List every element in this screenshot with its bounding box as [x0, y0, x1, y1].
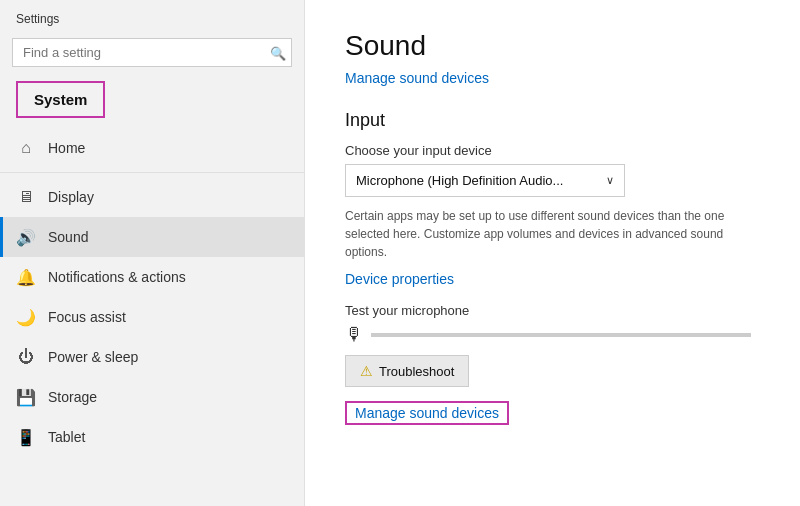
warning-icon: ⚠	[360, 363, 373, 379]
system-label[interactable]: System	[16, 81, 105, 118]
test-mic-label: Test your microphone	[345, 303, 760, 318]
page-title: Sound	[345, 30, 760, 62]
device-properties-link[interactable]: Device properties	[345, 271, 454, 287]
sidebar-item-home[interactable]: ⌂ Home	[0, 128, 304, 168]
focus-icon: 🌙	[16, 307, 36, 327]
input-info-text: Certain apps may be set up to use differ…	[345, 207, 760, 261]
sidebar-item-sound[interactable]: 🔊 Sound	[0, 217, 304, 257]
mic-test-row: 🎙	[345, 324, 760, 345]
sidebar-item-label: Focus assist	[48, 309, 126, 325]
sidebar-item-notifications[interactable]: 🔔 Notifications & actions	[0, 257, 304, 297]
sidebar-item-label: Display	[48, 189, 94, 205]
troubleshoot-button[interactable]: ⚠ Troubleshoot	[345, 355, 469, 387]
sidebar-divider	[0, 172, 304, 173]
sidebar: Settings 🔍 System ⌂ Home 🖥 Display 🔊 Sou…	[0, 0, 305, 506]
tablet-icon: 📱	[16, 427, 36, 447]
power-icon: ⏻	[16, 347, 36, 367]
sidebar-item-display[interactable]: 🖥 Display	[0, 177, 304, 217]
sound-icon: 🔊	[16, 227, 36, 247]
manage-sound-devices-bottom-link[interactable]: Manage sound devices	[355, 405, 499, 421]
main-content: Sound Manage sound devices Input Choose …	[305, 0, 800, 506]
mic-icon: 🎙	[345, 324, 363, 345]
sidebar-item-label: Power & sleep	[48, 349, 138, 365]
manage-sound-devices-top-link[interactable]: Manage sound devices	[345, 70, 489, 86]
display-icon: 🖥	[16, 187, 36, 207]
app-title: Settings	[0, 0, 304, 32]
input-device-value: Microphone (High Definition Audio...	[356, 173, 563, 188]
sidebar-item-label: Sound	[48, 229, 88, 245]
home-icon: ⌂	[16, 138, 36, 158]
sidebar-item-focus[interactable]: 🌙 Focus assist	[0, 297, 304, 337]
chevron-down-icon: ∨	[606, 174, 614, 187]
search-box[interactable]: 🔍	[12, 38, 292, 67]
sidebar-item-power[interactable]: ⏻ Power & sleep	[0, 337, 304, 377]
input-device-dropdown[interactable]: Microphone (High Definition Audio... ∨	[345, 164, 625, 197]
troubleshoot-label: Troubleshoot	[379, 364, 454, 379]
input-device-label: Choose your input device	[345, 143, 760, 158]
storage-icon: 💾	[16, 387, 36, 407]
sidebar-item-label: Tablet	[48, 429, 85, 445]
sidebar-item-tablet[interactable]: 📱 Tablet	[0, 417, 304, 457]
sidebar-item-label: Storage	[48, 389, 97, 405]
notifications-icon: 🔔	[16, 267, 36, 287]
sidebar-item-label: Home	[48, 140, 85, 156]
search-icon: 🔍	[270, 45, 286, 60]
sidebar-item-label: Notifications & actions	[48, 269, 186, 285]
search-input[interactable]	[12, 38, 292, 67]
manage-sound-devices-bottom-container: Manage sound devices	[345, 401, 509, 425]
mic-level-bar	[371, 333, 751, 337]
input-section-title: Input	[345, 110, 760, 131]
sidebar-item-storage[interactable]: 💾 Storage	[0, 377, 304, 417]
